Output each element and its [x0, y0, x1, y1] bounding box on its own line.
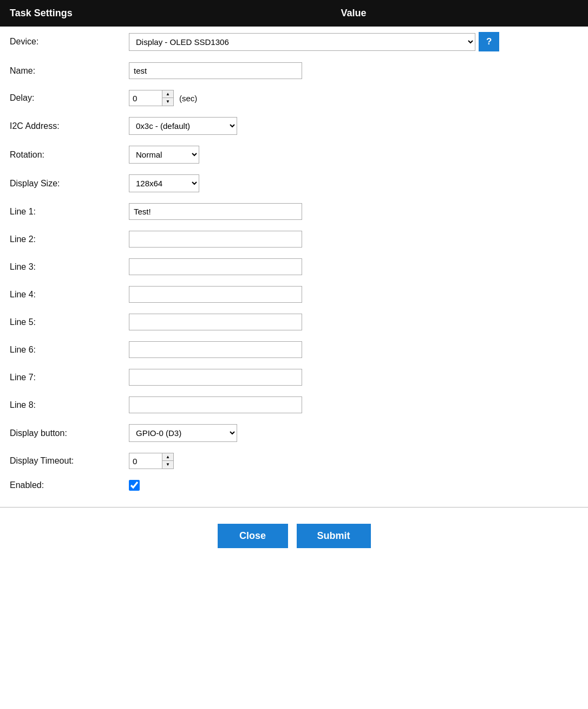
- rotation-row: Rotation: Normal 90° 180° 270°: [0, 140, 588, 169]
- line7-input[interactable]: [129, 369, 302, 386]
- device-label: Device:: [0, 27, 119, 57]
- i2c-value-cell: 0x3c - (default) 0x3d: [119, 112, 588, 140]
- line1-value-cell: [119, 198, 588, 225]
- timeout-increment[interactable]: ▲: [162, 453, 173, 461]
- name-row: Name:: [0, 57, 588, 84]
- help-button[interactable]: ?: [479, 32, 499, 51]
- line1-row: Line 1:: [0, 198, 588, 225]
- display-size-row: Display Size: 128x64 128x32: [0, 169, 588, 198]
- display-timeout-value-cell: ▲ ▼: [119, 447, 588, 474]
- line3-row: Line 3:: [0, 253, 588, 281]
- line8-label: Line 8:: [0, 391, 119, 419]
- display-timeout-row: Display Timeout: ▲ ▼: [0, 447, 588, 474]
- display-size-value-cell: 128x64 128x32: [119, 169, 588, 198]
- enabled-label: Enabled:: [0, 474, 119, 496]
- delay-value-cell: ▲ ▼ (sec): [119, 84, 588, 112]
- display-button-label: Display button:: [0, 419, 119, 447]
- line7-row: Line 7:: [0, 363, 588, 391]
- footer-buttons: Close Submit: [0, 513, 588, 564]
- display-size-select[interactable]: 128x64 128x32: [129, 174, 199, 192]
- line5-input[interactable]: [129, 314, 302, 330]
- line6-row: Line 6:: [0, 336, 588, 363]
- line3-input[interactable]: [129, 258, 302, 275]
- i2c-row: I2C Address: 0x3c - (default) 0x3d: [0, 112, 588, 140]
- delay-row: Delay: ▲ ▼ (sec): [0, 84, 588, 112]
- enabled-value-cell: [119, 474, 588, 496]
- col-header-value: Value: [119, 0, 588, 27]
- rotation-value-cell: Normal 90° 180° 270°: [119, 140, 588, 169]
- col-header-settings: Task Settings: [0, 0, 119, 27]
- line1-input[interactable]: [129, 203, 302, 220]
- delay-decrement[interactable]: ▼: [162, 98, 173, 106]
- name-label: Name:: [0, 57, 119, 84]
- line2-label: Line 2:: [0, 225, 119, 253]
- i2c-select[interactable]: 0x3c - (default) 0x3d: [129, 117, 237, 135]
- device-value-cell: Display - OLED SSD1306 ?: [119, 27, 588, 57]
- enabled-row: Enabled:: [0, 474, 588, 496]
- line5-label: Line 5:: [0, 308, 119, 336]
- i2c-label: I2C Address:: [0, 112, 119, 140]
- delay-input[interactable]: [129, 91, 162, 106]
- line8-input[interactable]: [129, 396, 302, 413]
- name-input[interactable]: [129, 62, 302, 79]
- display-timeout-input[interactable]: [129, 454, 162, 469]
- device-select[interactable]: Display - OLED SSD1306: [129, 33, 475, 51]
- line8-row: Line 8:: [0, 391, 588, 419]
- line3-label: Line 3:: [0, 253, 119, 281]
- line5-value-cell: [119, 308, 588, 336]
- timeout-decrement[interactable]: ▼: [162, 461, 173, 469]
- name-value-cell: [119, 57, 588, 84]
- line4-input[interactable]: [129, 286, 302, 303]
- settings-table: Task Settings Value Device: Display - OL…: [0, 0, 588, 496]
- device-row: Device: Display - OLED SSD1306 ?: [0, 27, 588, 57]
- line8-value-cell: [119, 391, 588, 419]
- line6-label: Line 6:: [0, 336, 119, 363]
- delay-unit: (sec): [179, 94, 197, 103]
- line4-label: Line 4:: [0, 281, 119, 308]
- rotation-label: Rotation:: [0, 140, 119, 169]
- submit-button[interactable]: Submit: [297, 524, 371, 548]
- delay-label: Delay:: [0, 84, 119, 112]
- line7-label: Line 7:: [0, 363, 119, 391]
- line6-input[interactable]: [129, 341, 302, 358]
- line4-row: Line 4:: [0, 281, 588, 308]
- display-timeout-label: Display Timeout:: [0, 447, 119, 474]
- line1-label: Line 1:: [0, 198, 119, 225]
- line2-value-cell: [119, 225, 588, 253]
- display-button-row: Display button: GPIO-0 (D3) GPIO-1 GPIO-…: [0, 419, 588, 447]
- line7-value-cell: [119, 363, 588, 391]
- line4-value-cell: [119, 281, 588, 308]
- display-size-label: Display Size:: [0, 169, 119, 198]
- footer-divider: [0, 507, 588, 508]
- rotation-select[interactable]: Normal 90° 180° 270°: [129, 146, 199, 164]
- line5-row: Line 5:: [0, 308, 588, 336]
- line6-value-cell: [119, 336, 588, 363]
- enabled-checkbox[interactable]: [129, 480, 140, 491]
- line3-value-cell: [119, 253, 588, 281]
- close-button[interactable]: Close: [218, 524, 288, 548]
- line2-input[interactable]: [129, 231, 302, 248]
- display-button-value-cell: GPIO-0 (D3) GPIO-1 GPIO-2: [119, 419, 588, 447]
- display-button-select[interactable]: GPIO-0 (D3) GPIO-1 GPIO-2: [129, 424, 237, 442]
- delay-increment[interactable]: ▲: [162, 90, 173, 98]
- line2-row: Line 2:: [0, 225, 588, 253]
